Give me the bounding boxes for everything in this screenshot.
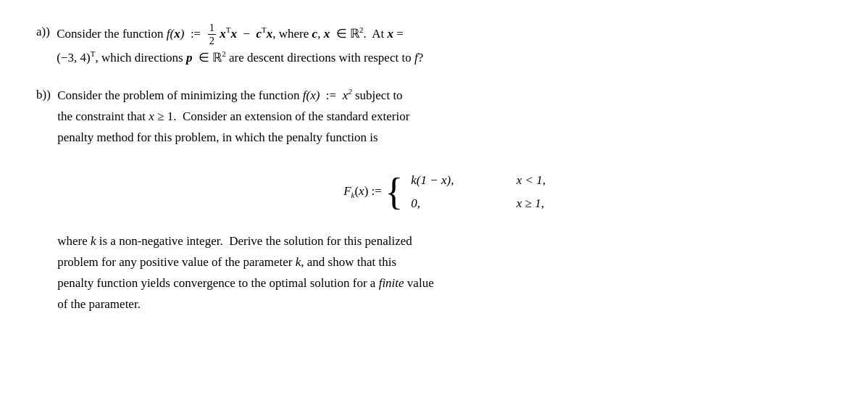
x-vec-2: x <box>230 27 237 41</box>
label-b: b) <box>36 88 46 101</box>
x-constraint: x <box>149 109 154 123</box>
problem-b-line7: of the parameter. <box>57 297 141 311</box>
fraction-den: 2 <box>208 35 216 47</box>
x-var-label: x <box>324 27 330 41</box>
x-at: x <box>387 27 393 41</box>
case1-cond: x < 1, <box>517 169 546 192</box>
transpose-3: T <box>91 50 96 59</box>
x-vec-1: x <box>220 27 226 41</box>
cases-block: k(1 − x), x < 1, 0, x ≥ 1, <box>411 169 546 216</box>
r2-sup-a: 2 <box>359 25 364 34</box>
func-fx-b: f(x) <box>303 88 320 102</box>
problem-a-line2: (−3, 4)T, which directions p ∈ ℝ2 are de… <box>57 51 423 65</box>
case-row-2: 0, x ≥ 1, <box>411 192 546 215</box>
cx-vars: c <box>312 27 318 41</box>
case-row-1: k(1 − x), x < 1, <box>411 169 546 192</box>
problem-b: b)) Consider the problem of minimizing t… <box>36 85 832 315</box>
c-vec: c <box>256 27 262 41</box>
f-italic: f <box>414 51 418 65</box>
problem-b-line4: where k is a non-negative integer. Deriv… <box>57 234 412 248</box>
fraction-half: 1 2 <box>208 22 216 48</box>
formula-k-sub: k <box>351 191 355 200</box>
case2-expr: 0, <box>411 192 498 215</box>
sq-sup: 2 <box>348 87 352 96</box>
formula-F: F <box>343 184 351 198</box>
page-content: a)) Consider the function f(x) := 1 2 xT… <box>36 22 832 331</box>
formula-x-arg: x <box>359 184 364 198</box>
formula-block: Fk(x) := { k(1 − x), x < 1, 0, <box>57 169 832 216</box>
case2-cond: x ≥ 1, <box>517 192 544 215</box>
left-brace: { <box>385 173 403 211</box>
formula-lhs-wrap: Fk(x) := <box>343 181 385 202</box>
k-var-2: k <box>296 255 301 269</box>
problem-b-line3: penalty method for this problem, in whic… <box>57 130 377 144</box>
problem-a-label: a)) <box>36 22 53 69</box>
case1-expr: k(1 − x), <box>411 169 498 192</box>
problem-a-text: Consider the function f(x) := 1 2 xTx − … <box>57 22 832 69</box>
problem-b-label: b)) <box>36 85 54 315</box>
label-a: a) <box>36 25 46 38</box>
problem-b-line5: problem for any positive value of the pa… <box>57 255 396 269</box>
x-squared: x2 <box>343 88 352 102</box>
x-vec-3: x <box>267 27 273 41</box>
k-var-1: k <box>91 234 96 248</box>
r2-sup-b: 2 <box>222 50 226 59</box>
problem-b-line2: the constraint that x ≥ 1. Consider an e… <box>57 109 409 123</box>
problem-a: a)) Consider the function f(x) := 1 2 xT… <box>36 22 832 69</box>
p-vec: p <box>186 51 193 65</box>
transpose-2: T <box>262 25 267 34</box>
problem-a-line1: Consider the function f(x) := 1 2 xTx − … <box>57 27 404 41</box>
problem-b-text: Consider the problem of minimizing the f… <box>57 85 832 315</box>
finite-italic: finite <box>379 276 404 290</box>
fraction-num: 1 <box>208 22 216 35</box>
func-f: f(x) <box>167 27 185 41</box>
problem-b-line6: penalty function yields convergence to t… <box>57 276 434 290</box>
problem-b-line1: Consider the problem of minimizing the f… <box>57 88 402 102</box>
